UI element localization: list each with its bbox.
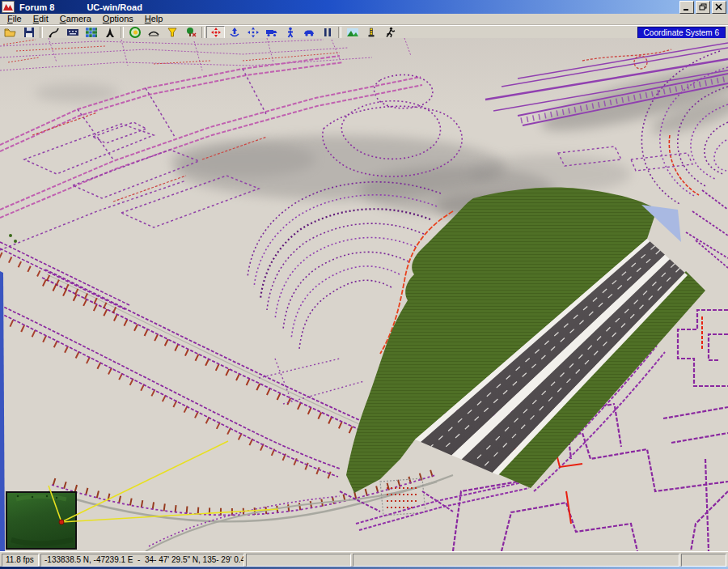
menu-camera[interactable]: Camera [54, 14, 97, 24]
close-icon [715, 3, 723, 11]
tower-model-button[interactable] [100, 26, 119, 40]
status-panel-blank-3 [681, 554, 726, 567]
texture-globe-icon [129, 27, 142, 38]
minimize-button[interactable] [679, 1, 694, 14]
tree-edit-button[interactable] [181, 26, 200, 40]
app-logo-icon [2, 1, 15, 13]
menu-file[interactable]: File [2, 14, 28, 24]
truck-icon [265, 27, 278, 38]
menu-help[interactable]: Help [139, 14, 169, 24]
viewport-3d[interactable] [0, 38, 728, 551]
rotate-view-icon [210, 27, 222, 38]
landscape-view-button[interactable] [343, 26, 362, 40]
application-window: Forum 8 UC-win/Road File Edit Camera Opt… [0, 0, 728, 569]
fps-indicator: 11.8 fps [2, 554, 39, 567]
draw-curve-button[interactable] [44, 26, 63, 40]
open-folder-icon [4, 27, 17, 38]
coordinate-system-indicator[interactable]: Coordinate System 6 [637, 27, 726, 39]
pause-icon [321, 27, 334, 38]
title-bar: Forum 8 UC-win/Road [0, 0, 728, 14]
texture-globe-button[interactable] [125, 26, 144, 40]
toolbar: Coordinate System 6 [0, 25, 728, 39]
open-file-button[interactable] [1, 26, 19, 40]
save-button[interactable] [19, 26, 38, 40]
signal-post-icon [365, 27, 378, 38]
close-button[interactable] [712, 1, 726, 14]
status-panel-blank-1 [246, 554, 351, 567]
walk-person-icon [284, 27, 297, 38]
run-person-button[interactable] [380, 26, 399, 40]
road-section-button[interactable] [144, 26, 163, 40]
run-person-icon [383, 27, 396, 38]
terrain-grid-button[interactable] [82, 26, 100, 40]
walk-person-button[interactable] [281, 26, 299, 40]
rotate-view-button[interactable] [206, 26, 225, 40]
terrain-grid-icon [85, 27, 98, 38]
window-title-doc: UC-win/Road [87, 2, 142, 12]
minimize-icon [683, 3, 691, 11]
status-panel-blank-2 [353, 554, 679, 567]
menu-bar: File Edit Camera Options Help [0, 14, 728, 25]
draw-curve-icon [48, 27, 61, 38]
car-icon [303, 27, 315, 38]
menu-options[interactable]: Options [97, 14, 139, 24]
funnel-button[interactable] [163, 26, 181, 40]
tower-icon [104, 27, 116, 38]
restore-icon [699, 3, 707, 11]
save-floppy-icon [23, 27, 36, 38]
pause-button[interactable] [318, 26, 336, 40]
status-bar: 11.8 fps -133838.5 N, -47239.1 E - 34- 4… [0, 551, 728, 567]
window-title-app: Forum 8 [19, 2, 54, 12]
coordinates-indicator: -133838.5 N, -47239.1 E - 34- 47' 29.5" … [40, 554, 244, 567]
funnel-icon [166, 27, 179, 38]
orbit-up-icon [228, 27, 241, 38]
tree-edit-icon [184, 27, 197, 38]
keyboard-icon [66, 27, 79, 38]
drive-truck-button[interactable] [262, 26, 281, 40]
restore-button[interactable] [696, 1, 710, 14]
keyboard-button[interactable] [63, 26, 82, 40]
signal-post-button[interactable] [362, 26, 380, 40]
road-section-icon [147, 27, 160, 38]
orbit-up-button[interactable] [225, 26, 243, 40]
landscape-icon [346, 27, 359, 38]
pan-move-button[interactable] [243, 26, 262, 40]
camera-position-marker [59, 520, 64, 524]
menu-edit[interactable]: Edit [28, 14, 54, 24]
drive-car-button[interactable] [299, 26, 318, 40]
pan-move-icon [247, 27, 260, 38]
